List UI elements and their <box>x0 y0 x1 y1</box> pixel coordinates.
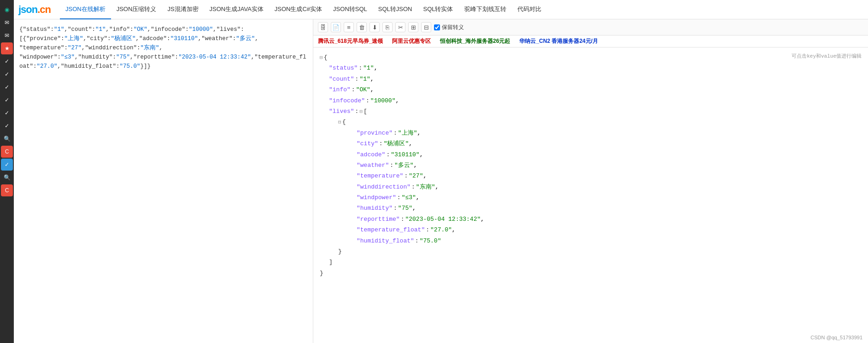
json-adcode-line: "adcode":"310110", <box>320 149 862 160</box>
toolbar-list-btn[interactable]: ≡ <box>344 22 354 32</box>
ad-huanayun[interactable]: 华纳云_CN2 香港服务器24元/月 <box>519 37 598 45</box>
sidebar: ◉ ✉ ✉ ★ ✓ ✓ ✓ ✓ ✓ ✓ 🔍 C ✓ 🔍 C <box>0 0 14 343</box>
sidebar-icon-3[interactable]: ✉ <box>1 30 13 41</box>
raw-json-adcode-link[interactable]: "310110" <box>170 35 198 42</box>
sidebar-icon-1[interactable]: ◉ <box>1 4 13 16</box>
json-root-open: ⊟ { <box>320 52 862 63</box>
logo: json.cn <box>18 4 51 16</box>
sidebar-icon-7[interactable]: ✓ <box>1 81 13 93</box>
nav-item-code-diff[interactable]: 代码对比 <box>512 0 547 19</box>
raw-json-status-link[interactable]: "1" <box>54 26 65 33</box>
raw-json-temperature-link[interactable]: "27" <box>68 45 82 51</box>
nav-item-camel-snake[interactable]: 驼峰下划线互转 <box>459 0 512 19</box>
sidebar-icon-search[interactable]: 🔍 <box>1 133 13 145</box>
json-winddirection-line: "winddirection":"东南", <box>320 182 862 192</box>
collapse-root[interactable]: ⊟ <box>320 53 323 63</box>
collapse-lives[interactable]: ⊟ <box>359 107 363 117</box>
sidebar-icon-8[interactable]: ✓ <box>1 94 13 106</box>
preserve-escape-label[interactable]: 保留转义 <box>434 24 464 31</box>
footer-credit: CSDN @qq_51793991 <box>810 335 862 340</box>
right-toolbar: 🗄 📄 ≡ 🗑 ⬇ ⎘ ✂ ⊞ ⊟ 保留转义 <box>313 19 868 35</box>
json-count-line: "count":"1", <box>320 74 862 84</box>
raw-json-windpower-link[interactable]: "≤3" <box>61 54 75 60</box>
json-lives-line: "lives": ⊟ [ <box>320 106 862 117</box>
sidebar-icon-10[interactable]: ✓ <box>1 120 13 132</box>
json-weather-line: "weather":"多云", <box>320 160 862 171</box>
json-lives-item-close: } <box>320 246 862 257</box>
preserve-escape-text: 保留转义 <box>442 24 464 31</box>
toolbar-compress-btn[interactable]: ⊟ <box>421 22 431 32</box>
main-content: json.cn JSON在线解析 JSON压缩转义 JS混淆加密 JSON生成J… <box>14 0 868 343</box>
sidebar-icon-c2[interactable]: C <box>1 184 13 196</box>
raw-json-panel[interactable]: {"status":"1","count":"1","info":"OK","i… <box>14 19 313 343</box>
raw-json-winddirection-link[interactable]: "东南" <box>141 45 159 51</box>
sidebar-icon-check[interactable]: ✓ <box>1 159 13 171</box>
json-province-line: "province":"上海", <box>320 128 862 138</box>
json-root-close: } <box>320 268 862 278</box>
json-status-line: "status":"1", <box>320 63 862 73</box>
content-area: {"status":"1","count":"1","info":"OK","i… <box>14 19 868 343</box>
top-nav: json.cn JSON在线解析 JSON压缩转义 JS混淆加密 JSON生成J… <box>14 0 868 19</box>
sidebar-icon-search2[interactable]: 🔍 <box>1 172 13 183</box>
raw-json-info-link[interactable]: "OK" <box>134 26 147 33</box>
sidebar-icon-4[interactable]: ★ <box>1 42 13 54</box>
json-windpower-line: "windpower":"≤3", <box>320 192 862 203</box>
json-infocode-line: "infocode":"10000", <box>320 95 862 106</box>
raw-json-province-link[interactable]: "上海" <box>65 35 83 42</box>
nav-item-json-csharp[interactable]: JSON生成C#实体 <box>269 0 328 19</box>
preserve-escape-checkbox[interactable] <box>434 24 440 30</box>
toolbar-download-btn[interactable]: ⬇ <box>369 22 380 32</box>
raw-json-humfloat-link[interactable]: "75.0" <box>120 63 141 70</box>
json-lives-close: ] <box>320 257 862 267</box>
raw-json-count-link[interactable]: "1" <box>95 26 106 33</box>
logo-suffix: .cn <box>37 4 51 15</box>
json-city-line: "city":"杨浦区", <box>320 138 862 149</box>
json-tempfloat-line: "temperature_float":"27.0", <box>320 225 862 235</box>
json-temperature-line: "temperature":"27", <box>320 171 862 181</box>
logo-text: json.cn <box>18 4 51 16</box>
json-reporttime-line: "reporttime":"2023-05-04 12:33:42", <box>320 214 862 225</box>
sidebar-icon-9[interactable]: ✓ <box>1 107 13 119</box>
nav-item-json-compress[interactable]: JSON压缩转义 <box>111 0 162 19</box>
right-panel: 🗄 📄 ≡ 🗑 ⬇ ⎘ ✂ ⊞ ⊟ 保留转义 腾讯云_618元早鸟券_速领 阿里… <box>313 19 868 343</box>
raw-json-humidity-link[interactable]: "75" <box>116 54 130 60</box>
nav-items: JSON在线解析 JSON压缩转义 JS混淆加密 JSON生成JAVA实体 JS… <box>60 0 863 19</box>
sidebar-icon-2[interactable]: ✉ <box>1 17 13 29</box>
json-lives-item-open: ⊟ { <box>320 117 862 127</box>
json-tree: 可点击key和value值进行编辑 ⊟ { "status":"1", "cou… <box>313 47 868 343</box>
raw-json-text: {"status":"1","count":"1","info":"OK","i… <box>19 25 307 71</box>
raw-json-weather-link[interactable]: "多云" <box>236 35 255 42</box>
raw-json-tempfloat-link[interactable]: "27.0" <box>37 63 58 70</box>
nav-item-json-sql[interactable]: JSON转SQL <box>328 0 373 19</box>
json-humfloat-line: "humidity_float":"75.0" <box>320 236 862 246</box>
collapse-lives-item[interactable]: ⊟ <box>338 118 341 127</box>
nav-item-json-parse[interactable]: JSON在线解析 <box>60 0 111 19</box>
json-humidity-line: "humidity":"75", <box>320 203 862 213</box>
nav-item-json-java[interactable]: JSON生成JAVA实体 <box>204 0 269 19</box>
toolbar-database-btn[interactable]: 🗄 <box>318 22 328 32</box>
toolbar-file-btn[interactable]: 📄 <box>331 22 341 32</box>
ad-aliyun[interactable]: 阿里云优惠专区 <box>392 37 431 45</box>
sidebar-icon-6[interactable]: ✓ <box>1 68 13 80</box>
ad-hengchuang[interactable]: 恒创科技_海外服务器26元起 <box>440 37 510 45</box>
toolbar-expand-btn[interactable]: ⊞ <box>408 22 418 32</box>
nav-item-sql-json[interactable]: SQL转JSON <box>373 0 418 19</box>
ads-bar: 腾讯云_618元早鸟券_速领 阿里云优惠专区 恒创科技_海外服务器26元起 华纳… <box>313 35 868 47</box>
ad-tencent[interactable]: 腾讯云_618元早鸟券_速领 <box>318 37 383 45</box>
raw-json-reporttime-link[interactable]: "2023-05-04 12:33:42" <box>178 54 251 60</box>
sidebar-icon-5[interactable]: ✓ <box>1 55 13 67</box>
raw-json-infocode-link[interactable]: "10000" <box>189 26 213 33</box>
toolbar-copy-btn[interactable]: ⎘ <box>382 22 393 32</box>
edit-hint: 可点击key和value值进行编辑 <box>792 52 862 61</box>
raw-json-city-link[interactable]: "杨浦区" <box>111 35 136 42</box>
nav-item-js-obfuscate[interactable]: JS混淆加密 <box>162 0 204 19</box>
sidebar-icon-c1[interactable]: C <box>1 146 13 158</box>
json-info-line: "info":"OK", <box>320 84 862 95</box>
toolbar-scissors-btn[interactable]: ✂ <box>395 22 405 32</box>
nav-item-sql-entity[interactable]: SQL转实体 <box>417 0 458 19</box>
toolbar-trash-btn[interactable]: 🗑 <box>357 22 367 32</box>
